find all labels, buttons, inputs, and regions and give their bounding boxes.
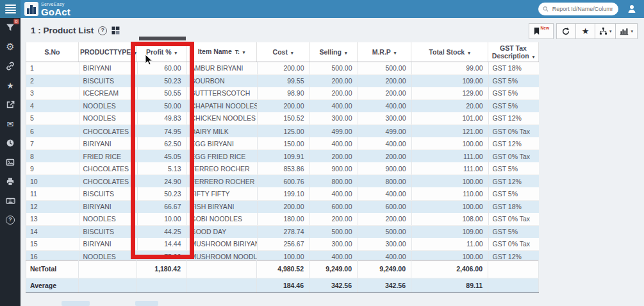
table-body-viewport[interactable]: 1BIRIYANI60.00AMBUR BIRYANI200.00500.005…	[26, 62, 539, 260]
cell-selling: 400.00	[310, 137, 358, 150]
table-row[interactable]: 7BIRIYANI62.50EGG BIRYANI150.00400.00400…	[26, 137, 539, 150]
sidebar-item-history[interactable]	[0, 133, 21, 153]
table-row[interactable]: 15BIRIYANI14.44MUSHROOM BIRIYANI256.6730…	[26, 238, 539, 251]
sort-caret-icon[interactable]: ▾	[394, 51, 397, 55]
sort-caret-icon[interactable]: ▾	[291, 51, 293, 55]
star-icon: ★	[582, 26, 590, 36]
table-row[interactable]: 16NOODLES75.00MUSHROOM NOODLES100.00400.…	[26, 250, 539, 259]
cell-item	[186, 260, 257, 278]
layout-grid-icon[interactable]	[111, 26, 120, 35]
table-row[interactable]: 2BISCUITS50.23BOURBON99.55200.00200.0010…	[26, 74, 539, 87]
column-header-m-r-p[interactable]: M.R.P▾	[358, 42, 411, 62]
cell-profit: 10.00	[137, 213, 186, 226]
sidebar-item-link[interactable]	[0, 56, 21, 76]
new-bookmark-button[interactable]: New	[529, 23, 554, 39]
sidebar-item-print[interactable]	[0, 172, 21, 191]
hierarchy-view-button[interactable]: ▾	[595, 23, 616, 39]
cell-stock: 108.00	[411, 213, 488, 226]
cell-mrp: 200.00	[358, 213, 411, 226]
table-row[interactable]: 9CHOCOLATES5.13FERREO ROCHER853.86900.00…	[26, 162, 539, 175]
cell-sno: 8	[26, 150, 79, 163]
favorite-button[interactable]: ★	[575, 23, 595, 39]
bookmark-icon	[533, 27, 540, 35]
table-header-row: S.NoPRODUCTTYPE▾Profit %▾Item NameT:▾Cos…	[26, 42, 539, 62]
sidebar-item-mail[interactable]: ✉	[0, 114, 21, 133]
printer-icon	[6, 177, 15, 186]
cell-sno: 12	[26, 200, 79, 213]
column-header-selling[interactable]: Selling▾	[310, 42, 358, 62]
search-box[interactable]	[538, 3, 618, 15]
table-row[interactable]: 13NOODLES10.00GOBI NOODLES180.00200.0020…	[26, 213, 539, 226]
table-body: 1BIRIYANI60.00AMBUR BIRYANI200.00500.005…	[26, 62, 539, 260]
table-row[interactable]: 1BIRIYANI60.00AMBUR BIRYANI200.00500.005…	[26, 62, 539, 75]
column-header-s-no[interactable]: S.No	[26, 42, 79, 62]
cell-gst: GST 5%	[488, 74, 539, 87]
text-filter-icon[interactable]: T:	[235, 49, 240, 55]
cell-item: CHICKEN NOODLES	[186, 112, 257, 125]
cell-mrp: 400.00	[358, 187, 411, 200]
sidebar-item-gallery[interactable]	[0, 153, 21, 172]
cell-gst: GST 0% Tax	[488, 150, 539, 163]
sort-caret-icon[interactable]: ▾	[345, 51, 347, 55]
sidebar-item-favorites[interactable]: ★	[0, 76, 21, 95]
table-row[interactable]: 12BIRIYANI66.67FISH BIRYANI200.00600.006…	[26, 200, 539, 213]
report-toolbar: New ★ ▾ ▾	[529, 23, 638, 39]
table-row[interactable]: 6CHOCOLATES74.95DAIRY MILK125.00499.0049…	[26, 124, 539, 137]
report-help-icon[interactable]: ?	[98, 26, 107, 35]
cell-cost: 150.52	[257, 112, 310, 125]
user-account-button[interactable]	[625, 2, 639, 16]
cell-profit: 44.25	[137, 225, 186, 238]
sort-caret-icon[interactable]: ▾	[243, 50, 245, 55]
cell-type: BISCUITS	[79, 187, 137, 200]
cell-sno: 3	[26, 87, 79, 100]
column-header-total-stock[interactable]: Total Stock▾	[411, 42, 488, 62]
cell-sno: 13	[26, 213, 79, 226]
table-row[interactable]: 4NOODLES50.00CHAPATHI NOODLES200.00400.0…	[26, 99, 539, 112]
cell-type: BIRIYANI	[79, 200, 137, 213]
partial-button[interactable]	[62, 301, 90, 306]
cell-stock: 100.00	[411, 175, 488, 188]
cell-stock: 121.00	[411, 124, 488, 137]
partial-button[interactable]	[135, 301, 158, 306]
hamburger-menu-button[interactable]	[0, 0, 21, 18]
sidebar-item-filter[interactable]: 0	[0, 18, 21, 37]
cell-sno: 1	[26, 62, 79, 75]
cell-cost: 278.74	[257, 225, 310, 238]
chevron-down-icon: ▾	[631, 29, 633, 34]
brand-small-text: ServeEasy	[41, 2, 70, 6]
cell-mrp: 400.00	[358, 137, 411, 150]
mouse-cursor	[145, 54, 153, 66]
chart-view-button[interactable]: ▾	[615, 23, 638, 39]
star-icon: ★	[6, 81, 14, 90]
refresh-button[interactable]	[556, 23, 576, 39]
search-input[interactable]	[551, 5, 614, 13]
gear-icon: ⚙	[6, 41, 14, 53]
column-header-cost[interactable]: Cost▾	[257, 42, 310, 62]
cell-selling: 200.00	[310, 74, 358, 87]
cell-mrp: 600.00	[358, 200, 411, 213]
cell-type: CHOCOLATES	[79, 124, 137, 137]
cell-type	[79, 260, 137, 278]
sort-caret-icon[interactable]: ▾	[175, 51, 178, 55]
column-header-producttype[interactable]: PRODUCTTYPE▾	[79, 42, 137, 62]
column-header-item-name[interactable]: Item NameT:▾	[186, 42, 257, 62]
table-row[interactable]: 8FRIED RICE45.05EGG FRIED RICE109.91200.…	[26, 150, 539, 163]
sidebar-item-settings[interactable]: ⚙	[0, 37, 21, 56]
table-row[interactable]: 14BISCUITS44.25GOOD DAY278.74500.00500.0…	[26, 225, 539, 238]
cell-cost: 200.00	[257, 200, 310, 213]
sidebar-item-help[interactable]: ?	[0, 210, 21, 230]
sort-caret-icon[interactable]: ▾	[134, 51, 136, 55]
column-header-gst-tax[interactable]: GST TaxDescription▾	[488, 42, 539, 62]
sort-caret-icon[interactable]: ▾	[468, 51, 470, 55]
cell-mrp: 300.00	[358, 238, 411, 251]
sort-caret-icon[interactable]: ▾	[533, 55, 535, 59]
table-row[interactable]: 3ICECREAM50.55BUTTTERSCOTCH98.90200.0020…	[26, 87, 539, 100]
cell-stock: 100.00	[411, 200, 488, 213]
table-row[interactable]: 5NOODLES49.83CHICKEN NOODLES150.52300.00…	[26, 112, 539, 125]
cell-item: MUSHROOM BIRIYANI	[186, 238, 257, 251]
cell-mrp: 200.00	[358, 74, 411, 87]
sidebar-item-share[interactable]	[0, 95, 21, 114]
table-row[interactable]: 11BISCUITS50.23FIFTY FIFTY199.10400.0040…	[26, 187, 539, 200]
table-row[interactable]: 10CHOCOLATES24.90FERRERO ROCHER600.76800…	[26, 175, 539, 188]
sidebar-item-keyboard[interactable]	[0, 191, 21, 210]
